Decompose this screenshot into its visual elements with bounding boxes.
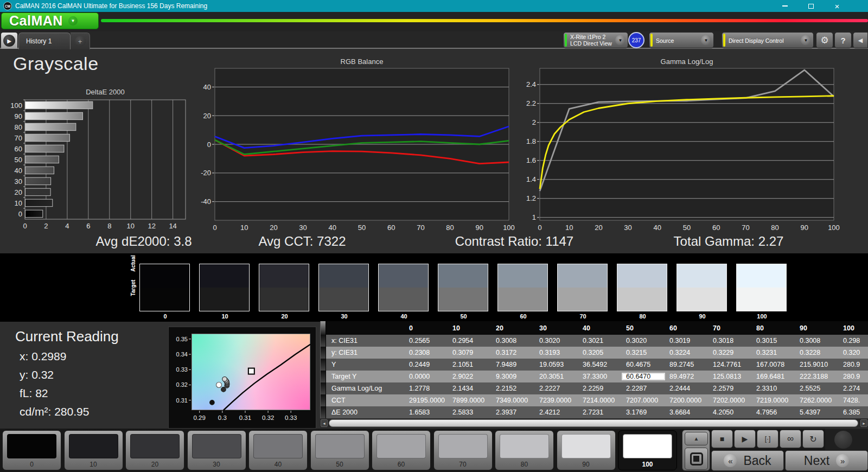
table-cell[interactable]: 2.2227	[535, 385, 578, 392]
table-cell[interactable]: 4.7956	[752, 409, 795, 416]
step-read-button[interactable]: [·]	[757, 430, 778, 448]
table-cell[interactable]: 20.3051	[535, 373, 578, 380]
table-cell[interactable]: 0.2308	[405, 349, 448, 356]
table-cell[interactable]: 7207.0000	[622, 397, 665, 404]
table-cell[interactable]: 169.6481	[752, 373, 795, 380]
table-cell[interactable]: 36.5492	[578, 361, 622, 368]
patch-button-20[interactable]: 20	[125, 430, 184, 470]
measurement-table[interactable]: 0102030405060708090100x: CIE310.25650.29…	[320, 321, 868, 418]
loop-button[interactable]: ↻	[802, 430, 824, 448]
minimize-button[interactable]	[773, 0, 797, 12]
table-cell[interactable]: 280.9	[839, 361, 868, 368]
table-cell[interactable]: 7214.0000	[578, 397, 622, 404]
table-cell[interactable]: 0.3224	[665, 349, 709, 356]
table-cell[interactable]: 2.1051	[448, 361, 492, 368]
stop-button[interactable]: ■	[711, 430, 733, 448]
table-cell[interactable]: 2.5525	[795, 385, 839, 392]
table-cell[interactable]: 9.3009	[492, 373, 535, 380]
patch-window-button[interactable]	[685, 448, 708, 470]
table-cell[interactable]: 0.3193	[535, 349, 578, 356]
help-button[interactable]: ?	[834, 32, 852, 48]
table-cell[interactable]: 0.3205	[578, 349, 622, 356]
table-cell[interactable]: 0.3021	[578, 337, 622, 345]
patch-button-70[interactable]: 70	[433, 430, 493, 470]
table-cell[interactable]: 2.3310	[752, 385, 795, 392]
table-row-4[interactable]: Gamma Log/Log1.27782.14342.21522.22272.2…	[321, 382, 868, 394]
patch-button-10[interactable]: 10	[64, 430, 123, 470]
table-cell[interactable]: 0.298	[839, 337, 868, 345]
collapse-panel-button[interactable]: ◀	[853, 32, 868, 48]
scroll-left-icon[interactable]: ◄	[321, 419, 328, 427]
table-cell[interactable]: 0.3008	[795, 337, 839, 345]
table-row-2[interactable]: Y0.24492.10517.948919.059336.549260.4675…	[321, 359, 868, 371]
table-cell[interactable]: 2.274	[839, 385, 868, 392]
source-dropdown[interactable]: Source ▼	[649, 32, 714, 48]
table-cell[interactable]: 3.1769	[622, 409, 665, 416]
table-cell[interactable]: 7200.0000	[665, 397, 709, 404]
patch-button-60[interactable]: 60	[372, 430, 431, 470]
patch-button-30[interactable]: 30	[187, 430, 246, 470]
patch-button-0[interactable]: 0	[2, 430, 61, 470]
table-cell[interactable]: 0.3020	[535, 337, 578, 345]
meter-count-badge[interactable]: 237	[628, 32, 644, 48]
table-cell[interactable]: 2.5833	[448, 409, 492, 416]
patch-button-90[interactable]: 90	[557, 430, 616, 470]
table-scrollbar[interactable]: ◄ ►	[320, 419, 868, 428]
table-cell[interactable]: 1.6583	[405, 409, 448, 416]
table-cell[interactable]: 124.7761	[709, 361, 752, 368]
table-cell[interactable]: 0.3019	[665, 337, 709, 345]
table-cell[interactable]: 0.320	[839, 349, 868, 356]
settings-button[interactable]: ⚙	[816, 32, 833, 48]
meter-dropdown[interactable]: X-Rite i1Pro 2 LCD Direct View ▼	[563, 32, 628, 48]
table-cell[interactable]: 7262.0000	[795, 397, 839, 404]
table-cell[interactable]: 7899.0000	[448, 397, 492, 404]
tab-scroll-button[interactable]: ▶	[1, 33, 17, 49]
table-cell[interactable]: 5.4397	[795, 409, 839, 416]
patch-button-80[interactable]: 80	[495, 430, 554, 470]
table-cell[interactable]: 7428.	[839, 397, 868, 404]
table-row-0[interactable]: x: CIE310.25650.29540.30080.30200.30210.…	[321, 335, 868, 347]
display-control-dropdown[interactable]: Direct Display Control ▼	[722, 32, 814, 48]
table-cell[interactable]: 0.3215	[622, 349, 665, 356]
patch-button-100[interactable]: 100	[618, 430, 677, 470]
table-cell[interactable]: 222.3188	[795, 373, 839, 380]
scrollbar-thumb[interactable]	[329, 419, 858, 427]
table-cell[interactable]: 0.2954	[448, 337, 492, 345]
table-row-3[interactable]: Target Y0.00002.90229.300920.305137.3300…	[321, 371, 868, 382]
table-cell[interactable]: 6.385	[839, 409, 868, 416]
next-button[interactable]: Next »	[785, 450, 868, 471]
table-cell[interactable]: 89.2745	[665, 361, 709, 368]
table-cell[interactable]: 0.3231	[752, 349, 795, 356]
table-cell[interactable]: 2.7231	[578, 409, 622, 416]
table-cell[interactable]: 0.3228	[795, 349, 839, 356]
table-cell[interactable]: 0.3172	[492, 349, 535, 356]
table-cell[interactable]: 125.0813	[709, 373, 752, 380]
continuous-read-button[interactable]: ∞	[780, 430, 801, 448]
table-cell[interactable]: 4.2050	[709, 409, 752, 416]
table-cell[interactable]: 2.2287	[622, 385, 665, 392]
table-cell[interactable]: 2.2259	[578, 385, 622, 392]
table-cell[interactable]: 2.2444	[665, 385, 709, 392]
table-cell[interactable]: 0.3020	[622, 337, 665, 345]
table-cell[interactable]: 7349.0000	[492, 397, 535, 404]
table-cell[interactable]: 0.3018	[709, 337, 752, 345]
table-cell[interactable]: 167.0078	[752, 361, 795, 368]
patch-panel-up-button[interactable]: ▲	[685, 432, 708, 445]
table-cell[interactable]: 60.4675	[622, 361, 665, 368]
table-cell[interactable]: 7239.0000	[535, 397, 578, 404]
table-row-1[interactable]: y: CIE310.23080.30790.31720.31930.32050.…	[321, 347, 868, 359]
table-cell[interactable]: 37.3300	[578, 373, 622, 380]
maximize-button[interactable]	[799, 0, 824, 12]
table-cell[interactable]: 0.3015	[752, 337, 795, 345]
table-cell[interactable]: 2.2579	[709, 385, 752, 392]
table-cell[interactable]: 89.4972	[665, 373, 709, 380]
play-button[interactable]: ▶	[734, 430, 756, 448]
table-cell[interactable]: 0.3079	[448, 349, 492, 356]
table-row-6[interactable]: ΔE 20001.65832.58332.39372.42122.72313.1…	[321, 406, 868, 418]
table-cell[interactable]: 0.2449	[405, 361, 448, 368]
table-cell[interactable]: 2.9022	[448, 373, 492, 380]
table-cell[interactable]: 2.2152	[492, 385, 535, 392]
back-button[interactable]: « Back	[711, 450, 784, 471]
table-cell[interactable]: 0.0000	[405, 373, 448, 380]
scroll-right-icon[interactable]: ►	[860, 419, 867, 427]
